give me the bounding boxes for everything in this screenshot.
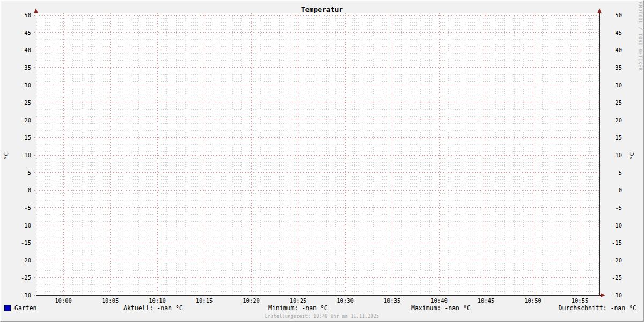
stat-minimum: Minimum: -nan °C	[268, 304, 328, 312]
creation-time-footer: Erstellungszeit: 10:48 Uhr am 11.11.2025	[0, 313, 644, 319]
x-tick-label: 10:35	[379, 297, 406, 304]
x-tick-label: 10:55	[567, 297, 594, 304]
chart-title: Temperatur	[0, 5, 644, 13]
y-tick-label-right: -15	[604, 239, 622, 246]
x-tick-label: 10:10	[144, 297, 171, 304]
y-tick-label-left: -5	[9, 204, 31, 211]
y-tick-label-left: 35	[9, 64, 31, 71]
y-tick-label-right: -10	[604, 222, 622, 229]
chart-grid-canvas	[0, 0, 644, 322]
y-tick-label-left: 40	[9, 47, 31, 53]
x-tick-label: 10:05	[97, 297, 124, 304]
y-tick-label-right: -30	[604, 292, 622, 298]
y-tick-label-right: -25	[604, 274, 622, 281]
y-tick-label-right: 20	[604, 117, 622, 123]
stat-durchschnitt: Durchschnitt: -nan °C	[559, 304, 636, 312]
y-tick-label-left: 45	[9, 30, 31, 36]
y-tick-label-left: 10	[9, 152, 31, 158]
x-tick-label: 10:25	[285, 297, 312, 304]
x-tick-label: 10:50	[519, 297, 546, 304]
stat-aktuell: Aktuell: -nan °C	[123, 304, 183, 312]
y-tick-label-left: -15	[9, 239, 31, 246]
y-tick-label-right: 25	[604, 99, 622, 106]
y-tick-label-right: 50	[604, 12, 622, 18]
y-tick-label-left: 50	[9, 12, 31, 18]
series-legend-label: Garten	[14, 304, 37, 312]
y-tick-label-left: -10	[9, 222, 31, 229]
y-tick-label-right: 40	[604, 47, 622, 53]
y-tick-label-right: 15	[604, 134, 622, 141]
x-tick-label: 10:40	[426, 297, 452, 304]
stat-maximum: Maximum: -nan °C	[411, 304, 471, 312]
y-tick-label-left: -20	[9, 257, 31, 264]
y-tick-label-right: 0	[604, 187, 622, 193]
x-tick-label: 10:45	[473, 297, 500, 304]
y-tick-label-left: 15	[9, 134, 31, 141]
y-tick-label-left: 30	[9, 82, 31, 89]
x-tick-label: 10:30	[332, 297, 358, 304]
y-tick-label-right: 10	[604, 152, 622, 158]
y-tick-label-left: 0	[9, 187, 31, 193]
y-tick-label-left: -25	[9, 274, 31, 281]
y-tick-label-left: -30	[9, 292, 31, 298]
y-tick-label-right: 45	[604, 30, 622, 36]
x-tick-label: 10:20	[238, 297, 265, 304]
y-tick-label-right: 30	[604, 82, 622, 89]
series-color-swatch	[4, 305, 11, 311]
y-tick-label-right: 35	[604, 64, 622, 71]
y-axis-label-right: °C	[628, 148, 635, 164]
x-tick-label: 10:00	[50, 297, 77, 304]
y-tick-label-left: 5	[9, 170, 31, 176]
y-tick-label-left: 20	[9, 117, 31, 123]
rrdtool-watermark: RRDTOOL / TOBI OETIKER	[638, 2, 642, 71]
y-tick-label-right: 5	[604, 170, 622, 176]
y-tick-label-right: -20	[604, 257, 622, 264]
legend-row: Garten Aktuell: -nan °C Minimum: -nan °C…	[0, 304, 644, 313]
x-tick-label: 10:15	[191, 297, 218, 304]
y-tick-label-left: 25	[9, 99, 31, 106]
y-tick-label-right: -5	[604, 204, 622, 211]
